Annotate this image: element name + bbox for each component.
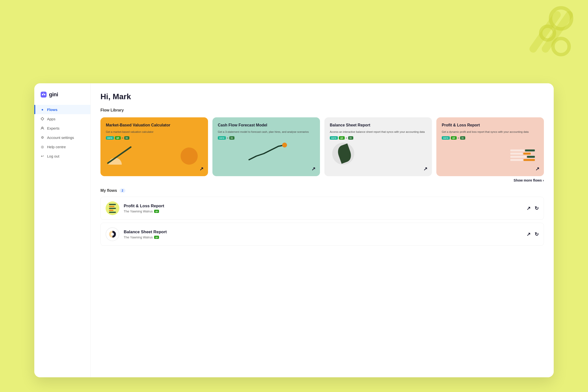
open-icon-pl[interactable]: ↗ bbox=[526, 205, 531, 211]
app-window: gini ● Flows Apps Experts ⚙ bbox=[34, 83, 554, 377]
gini-logo-icon bbox=[40, 91, 47, 98]
experts-icon bbox=[40, 126, 44, 130]
bs-icon-svg bbox=[108, 230, 117, 239]
flow-card-cash-flow[interactable]: Cash Flow Forecast Model Get a 3-stateme… bbox=[212, 117, 320, 176]
show-more-section: Show more flows › bbox=[100, 178, 544, 182]
flow-list-company-pl: The Yawning Walrus qb bbox=[124, 210, 522, 213]
card-arrow-market-valuation: ↗ bbox=[200, 166, 204, 172]
xero-badge-2: xero bbox=[218, 136, 226, 140]
experts-label: Experts bbox=[47, 126, 60, 130]
qb-badge-3: qb bbox=[339, 136, 345, 140]
sidebar: gini ● Flows Apps Experts ⚙ bbox=[34, 83, 91, 377]
card-desc-balance-sheet: Access an interactive balance sheet repo… bbox=[330, 130, 426, 134]
xero-badge-4: xero bbox=[442, 136, 450, 140]
my-flows-title: My flows bbox=[100, 188, 117, 193]
xero-badge: xero bbox=[106, 136, 114, 140]
account-settings-icon: ⚙ bbox=[40, 135, 44, 140]
show-more-link[interactable]: Show more flows › bbox=[514, 178, 544, 182]
company-badge-pl: qb bbox=[154, 210, 159, 213]
logout-icon: ↩ bbox=[40, 154, 44, 158]
sidebar-item-help-centre[interactable]: ◎ Help centre bbox=[34, 142, 90, 152]
svg-point-1 bbox=[42, 94, 43, 95]
help-label: Help centre bbox=[47, 145, 66, 149]
svg-point-7 bbox=[111, 233, 114, 236]
flow-card-market-valuation[interactable]: Market-Based Valuation Calculator Get a … bbox=[100, 117, 208, 176]
svg-point-2 bbox=[44, 94, 45, 95]
apps-icon bbox=[40, 116, 44, 121]
card-title-market-valuation: Market-Based Valuation Calculator bbox=[106, 123, 202, 128]
my-flows-header: My flows 2 bbox=[100, 188, 544, 193]
logo-area: gini bbox=[34, 91, 90, 105]
flow-card-balance-sheet[interactable]: Balance Sheet Report Access an interacti… bbox=[324, 117, 432, 176]
card-desc-market-valuation: Get a market-based valuation calculator bbox=[106, 130, 202, 134]
flow-list-company-bs: The Yawning Walrus qb bbox=[124, 236, 522, 239]
qb-badge: qb bbox=[115, 136, 121, 140]
flow-list-icon-pl bbox=[106, 202, 119, 215]
refresh-icon-bs[interactable]: ↻ bbox=[534, 231, 539, 237]
flow-library-title: Flow Library bbox=[100, 108, 544, 112]
flows-label: Flows bbox=[47, 108, 58, 112]
logout-label: Log out bbox=[47, 154, 59, 158]
card-badges-market-valuation: xero qb + in bbox=[106, 136, 202, 140]
my-flows-count-badge: 2 bbox=[120, 188, 126, 193]
qb-badge-4: qb bbox=[451, 136, 457, 140]
card-badges-profit-loss: xero qb + in bbox=[442, 136, 538, 140]
refresh-icon-pl[interactable]: ↻ bbox=[534, 205, 539, 211]
sidebar-item-flows[interactable]: ● Flows bbox=[34, 105, 90, 114]
card-title-cash-flow: Cash Flow Forecast Model bbox=[218, 123, 314, 128]
flow-list-actions-bs: ↗ ↻ bbox=[526, 231, 539, 237]
sidebar-item-account-settings[interactable]: ⚙ Account settings bbox=[34, 133, 90, 142]
svg-point-3 bbox=[43, 93, 44, 94]
card-arrow-cash-flow: ↗ bbox=[312, 166, 316, 172]
flow-list-name-pl: Profit & Loss Report bbox=[124, 204, 522, 208]
card-arrow-profit-loss: ↗ bbox=[535, 166, 540, 172]
flow-card-profit-loss[interactable]: Profit & Loss Report Get a dynamic profi… bbox=[436, 117, 544, 176]
main-content: Hi, Mark Flow Library Market-Based Valua… bbox=[91, 83, 554, 377]
flow-library: Market-Based Valuation Calculator Get a … bbox=[100, 117, 544, 176]
green-badge-4: in bbox=[460, 136, 465, 140]
pl-bars bbox=[106, 202, 118, 215]
card-illustration-teal bbox=[218, 142, 314, 165]
green-badge-2: in bbox=[229, 136, 234, 140]
flow-list-info-pl: Profit & Loss Report The Yawning Walrus … bbox=[124, 204, 522, 213]
flow-list-icon-bs bbox=[106, 227, 119, 241]
card-desc-profit-loss: Get a dynamic profit and loss report tha… bbox=[442, 130, 538, 134]
company-badge-bs: qb bbox=[154, 236, 159, 239]
account-settings-label: Account settings bbox=[47, 136, 74, 140]
greeting-heading: Hi, Mark bbox=[100, 92, 544, 101]
flow-list-actions-pl: ↗ ↻ bbox=[526, 205, 539, 211]
card-arrow-balance-sheet: ↗ bbox=[423, 166, 428, 172]
card-illustration-orange bbox=[106, 142, 202, 165]
xero-badge-3: xero bbox=[330, 136, 338, 140]
card-desc-cash-flow: Get a 3-statement model to forecast cash… bbox=[218, 130, 314, 134]
flow-list-item-pl[interactable]: Profit & Loss Report The Yawning Walrus … bbox=[100, 197, 544, 220]
card-illustration-gray bbox=[330, 142, 426, 165]
sidebar-item-apps[interactable]: Apps bbox=[34, 114, 90, 124]
card-badges-cash-flow: xero + in bbox=[218, 136, 314, 140]
flow-list-item-bs[interactable]: Balance Sheet Report The Yawning Walrus … bbox=[100, 223, 544, 246]
flows-icon: ● bbox=[40, 107, 44, 112]
green-badge: in bbox=[124, 136, 129, 140]
card-title-balance-sheet: Balance Sheet Report bbox=[330, 123, 426, 128]
logo-text: gini bbox=[49, 92, 58, 98]
flow-list-info-bs: Balance Sheet Report The Yawning Walrus … bbox=[124, 230, 522, 239]
card-title-profit-loss: Profit & Loss Report bbox=[442, 123, 538, 128]
card-badges-balance-sheet: xero qb + in bbox=[330, 136, 426, 140]
flow-list-name-bs: Balance Sheet Report bbox=[124, 230, 522, 234]
green-badge-3: in bbox=[348, 136, 353, 140]
line-chart-svg bbox=[218, 142, 314, 165]
card-illustration-peach bbox=[442, 142, 538, 165]
svg-rect-0 bbox=[41, 92, 46, 98]
open-icon-bs[interactable]: ↗ bbox=[526, 231, 531, 237]
help-icon: ◎ bbox=[40, 144, 44, 149]
sidebar-item-log-out[interactable]: ↩ Log out bbox=[34, 152, 90, 161]
svg-point-5 bbox=[282, 142, 287, 148]
sidebar-item-experts[interactable]: Experts bbox=[34, 124, 90, 133]
apps-label: Apps bbox=[47, 117, 55, 121]
